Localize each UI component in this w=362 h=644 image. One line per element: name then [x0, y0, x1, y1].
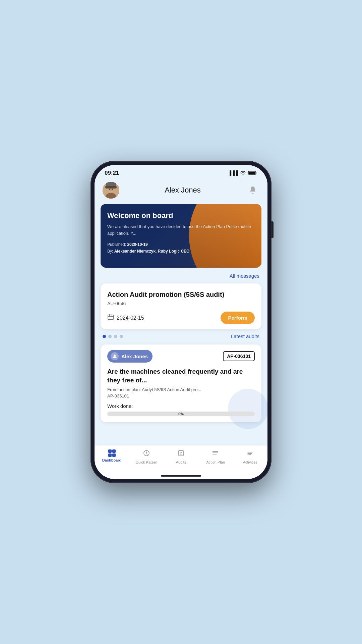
audit-title: Action Audit promotion (5S/6S audit) — [107, 290, 255, 299]
published-label: Published: — [107, 242, 126, 247]
latest-audits-link[interactable]: Latest audits — [231, 333, 259, 339]
home-indicator — [95, 472, 267, 479]
all-messages-link[interactable]: All messages — [95, 270, 267, 280]
welcome-description: We are pleased that you have decided to … — [107, 223, 255, 236]
svg-point-14 — [213, 451, 213, 452]
svg-rect-7 — [105, 186, 117, 189]
svg-point-8 — [109, 189, 110, 190]
author-name: Aleksander Niemczyk, Ruby Logic CEO — [114, 249, 190, 254]
dot-2[interactable] — [108, 335, 112, 338]
nav-label-activities: Activities — [243, 460, 257, 464]
avatar — [103, 182, 119, 199]
home-bar — [161, 475, 201, 477]
action-plan-card[interactable]: Alex Jones AP-036101 Are the machines cl… — [101, 344, 261, 422]
svg-rect-10 — [108, 315, 113, 320]
status-bar: 09:21 ▐▐▐ — [95, 165, 267, 178]
svg-point-16 — [213, 454, 213, 454]
notification-button[interactable] — [246, 183, 259, 197]
header: Alex Jones — [95, 178, 267, 204]
svg-point-9 — [112, 189, 113, 190]
perform-button[interactable]: Perform — [221, 312, 255, 324]
svg-point-15 — [213, 452, 213, 453]
user-badge-icon — [111, 352, 119, 360]
nav-item-quick-kaizen[interactable]: Quick Kaizen — [129, 448, 164, 466]
action-plan-icon — [212, 449, 219, 459]
latest-audits-text[interactable]: Latest audits — [231, 333, 259, 339]
by-label: By: — [107, 249, 113, 254]
welcome-meta: Published: 2020-10-19 By: Aleksander Nie… — [107, 241, 255, 255]
side-button — [272, 221, 274, 238]
signal-icon: ▐▐▐ — [228, 170, 238, 176]
calendar-icon — [107, 314, 114, 322]
welcome-title: Welcome on board — [107, 211, 255, 220]
wifi-icon — [240, 170, 246, 176]
bottom-nav: Dashboard Quick Kaizen — [95, 445, 267, 472]
published-date: 2020-10-19 — [127, 242, 147, 247]
svg-rect-1 — [249, 171, 255, 174]
user-badge-name: Alex Jones — [121, 354, 148, 359]
nav-label-quick-kaizen: Quick Kaizen — [135, 460, 157, 464]
nav-item-activities[interactable]: Activities — [233, 448, 267, 466]
audits-icon — [177, 449, 185, 459]
dot-4[interactable] — [120, 335, 123, 338]
avatar-image — [103, 182, 119, 199]
screen-content[interactable]: Alex Jones Welcome on board We are pleas… — [95, 178, 267, 445]
welcome-banner[interactable]: Welcome on board We are pleased that you… — [101, 204, 261, 268]
status-icons: ▐▐▐ — [228, 170, 257, 176]
battery-icon — [248, 170, 257, 176]
nav-item-dashboard[interactable]: Dashboard — [95, 448, 129, 466]
nav-item-audits[interactable]: Audits — [164, 448, 198, 466]
dot-1[interactable] — [103, 335, 106, 338]
phone-screen: 09:21 ▐▐▐ — [95, 165, 267, 479]
action-question: Are the machines cleaned frequently and … — [107, 367, 255, 384]
audit-card[interactable]: Action Audit promotion (5S/6S audit) AU-… — [101, 283, 261, 329]
welcome-text-area: Welcome on board We are pleased that you… — [101, 204, 261, 261]
dot-3[interactable] — [114, 335, 117, 338]
quick-kaizen-icon — [143, 449, 150, 459]
audit-id: AU-0646 — [107, 301, 255, 306]
audit-date-value: 2024-02-15 — [117, 315, 144, 321]
audit-date: 2024-02-15 — [107, 314, 144, 322]
action-from: From action plan: Audyt 5S/6S Action Aud… — [107, 387, 255, 392]
header-user-name: Alex Jones — [119, 186, 246, 195]
pagination-dots — [103, 335, 123, 338]
dashboard-icon — [108, 449, 116, 457]
ap-badge: AP-036101 — [223, 351, 255, 361]
card-decoration — [228, 389, 267, 429]
progress-label: 0% — [178, 412, 184, 416]
action-card-header: Alex Jones AP-036101 — [107, 350, 255, 363]
nav-label-action-plan: Action Plan — [206, 460, 225, 464]
nav-label-audits: Audits — [176, 460, 186, 464]
nav-item-action-plan[interactable]: Action Plan — [198, 448, 233, 466]
phone-frame: 09:21 ▐▐▐ — [90, 161, 272, 483]
progress-bar: 0% — [107, 412, 255, 416]
user-badge: Alex Jones — [107, 350, 153, 363]
activities-icon — [246, 449, 254, 459]
audit-footer: 2024-02-15 Perform — [107, 312, 255, 324]
all-messages-text[interactable]: All messages — [230, 273, 259, 279]
status-time: 09:21 — [105, 170, 119, 176]
nav-label-dashboard: Dashboard — [102, 458, 121, 462]
pagination: Latest audits — [95, 329, 267, 341]
